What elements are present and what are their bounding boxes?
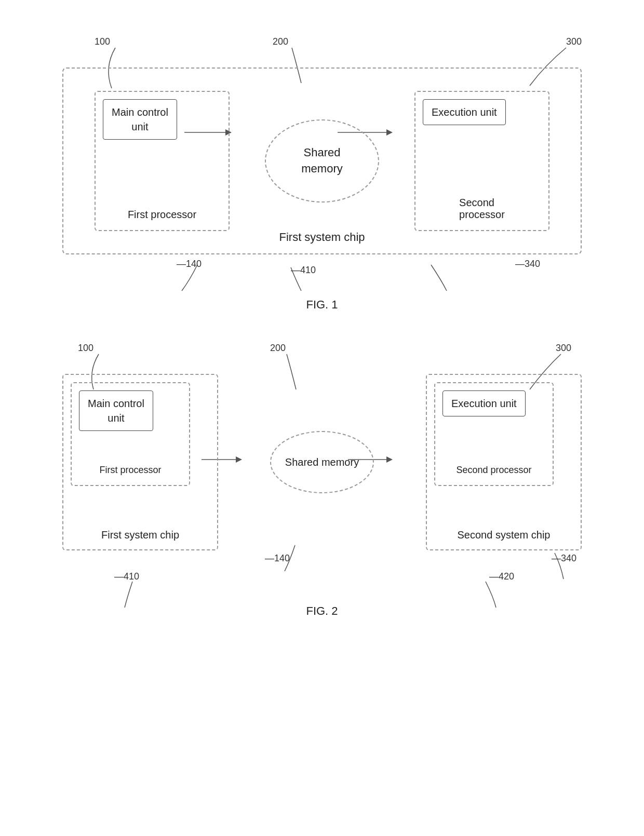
fig1-execution-unit: Execution unit: [423, 99, 506, 125]
fig2-execution-unit: Execution unit: [442, 390, 526, 416]
fig2-wrapper: 100 200 300: [36, 343, 608, 623]
fig2-ref-140-label: —140: [265, 553, 290, 564]
fig1-system-chip: Main control unit First processor Shared…: [62, 68, 582, 254]
ref-410-bottom: —410: [291, 265, 316, 276]
fig2-ref-100-label: 100: [78, 343, 93, 354]
ref-140-bottom: —140: [177, 259, 202, 269]
fig2-ref-410-label: —410: [114, 571, 139, 582]
fig1-first-processor-label: First processor: [128, 209, 196, 221]
fig2-first-processor-box: Main control unit First processor: [71, 382, 190, 486]
ref-100-label: 100: [95, 36, 110, 47]
fig2-first-processor-label: First processor: [99, 465, 161, 476]
ref-300-label: 300: [566, 36, 582, 47]
fig1-system-chip-label: First system chip: [279, 231, 365, 244]
fig1-second-processor-box: Execution unit Second processor: [414, 91, 549, 231]
fig2-ref-200-label: 200: [270, 343, 286, 354]
fig2-first-chip-box: Main control unit First processor First …: [62, 374, 218, 550]
ref-340-bottom: —340: [515, 259, 540, 269]
fig2-second-chip-box: Execution unit Second processor Second s…: [426, 374, 582, 550]
fig1-first-processor-box: Main control unit First processor: [95, 91, 230, 231]
fig1-shared-memory: Shared memory: [265, 119, 379, 203]
fig2-second-processor-box: Execution unit Second processor: [434, 382, 554, 486]
fig2-caption: FIG. 2: [36, 604, 608, 618]
fig2-ref-300-label: 300: [556, 343, 571, 354]
fig1-wrapper: 100 200 300: [36, 36, 608, 317]
fig1-caption: FIG. 1: [36, 298, 608, 312]
fig2-main-control-unit: Main control unit: [79, 390, 153, 431]
fig2-second-processor-label: Second processor: [456, 465, 531, 476]
ref-200-label: 200: [273, 36, 288, 47]
fig1-main-control-unit: Main control unit: [103, 99, 177, 140]
fig1-second-processor-label: Second processor: [459, 197, 505, 221]
fig2-chips-row: Main control unit First processor First …: [62, 374, 582, 550]
fig2-shared-memory: Shared memory: [270, 431, 374, 493]
fig2-first-chip-label: First system chip: [101, 529, 179, 541]
fig2-ref-340-label: —340: [552, 553, 576, 564]
fig2-ref-420-label: —420: [489, 571, 514, 582]
fig2-second-chip-label: Second system chip: [458, 529, 551, 541]
